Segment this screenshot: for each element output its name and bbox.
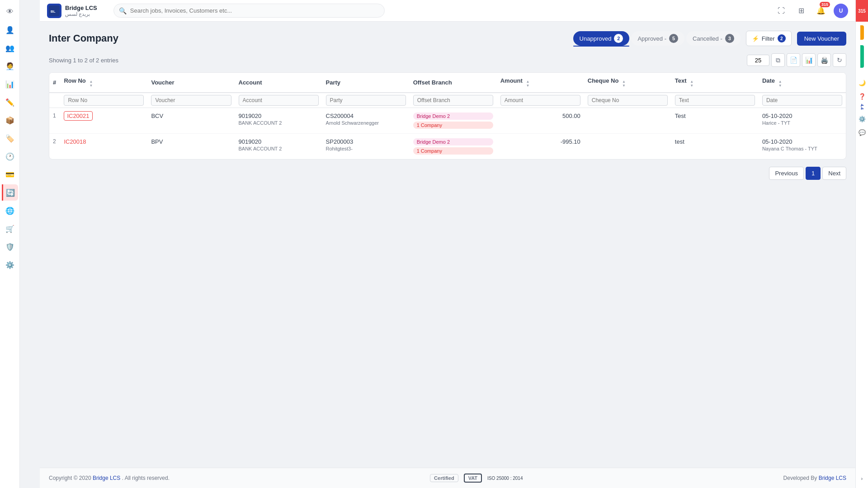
date-sub-1: Harice - TYT xyxy=(762,120,842,126)
col-cheque-no[interactable]: Cheque No ▲▼ xyxy=(584,73,671,93)
col-text[interactable]: Text ▲▼ xyxy=(671,73,759,93)
notification-bell[interactable]: 🔔 315 xyxy=(814,4,828,18)
rsp-top-bar: 315 xyxy=(856,0,868,22)
table-actions: ⧉ 📄 📊 🖨️ ↻ xyxy=(747,53,846,67)
sidebar-item-card[interactable]: 💳 xyxy=(2,166,18,183)
certified-badge: Certified xyxy=(430,474,458,482)
left-sidebar: 👁 👤 👥 🧑‍💼 📊 ✏️ 📦 🏷️ 🕐 💳 🔄 🌐 🛒 🛡️ ⚙️ xyxy=(0,0,20,488)
sidebar-item-chart[interactable]: 📊 xyxy=(2,76,18,92)
cell-row-no-1[interactable]: IC20021 xyxy=(60,108,147,134)
chat-icon[interactable]: 💬 xyxy=(856,127,868,139)
refresh-icon-btn[interactable]: ↻ xyxy=(833,53,846,67)
dark-mode-toggle[interactable]: 🌙 xyxy=(856,77,868,89)
cell-date-2: 05-10-2020 Nayana C Thomas - TYT xyxy=(759,134,846,160)
table-header-row: # Row No ▲▼ Voucher Account Party Offset… xyxy=(49,73,846,93)
tab-cancelled[interactable]: Cancelled - 3 xyxy=(686,31,741,46)
filter-row-no[interactable] xyxy=(64,95,144,106)
sidebar-item-shield[interactable]: 🛡️ xyxy=(2,239,18,255)
per-page-input[interactable] xyxy=(747,55,769,66)
new-voucher-button[interactable]: New Voucher xyxy=(797,32,846,46)
footer: Copyright © 2020 Bridge LCS . All rights… xyxy=(40,468,855,488)
col-party[interactable]: Party xyxy=(322,73,410,93)
footer-rights: . All rights reserved. xyxy=(122,475,170,481)
date-main-2: 05-10-2020 xyxy=(762,138,842,145)
cell-date-1: 05-10-2020 Harice - TYT xyxy=(759,108,846,134)
voucher-link-2[interactable]: IC20018 xyxy=(64,138,86,145)
col-offset-branch[interactable]: Offset Branch xyxy=(410,73,497,93)
offset-badge2-1: 1 Company xyxy=(413,122,493,129)
filter-text[interactable] xyxy=(675,95,755,106)
col-row-no[interactable]: Row No ▲▼ xyxy=(60,73,147,93)
sidebar-item-user-plus[interactable]: 🧑‍💼 xyxy=(2,58,18,74)
user-avatar[interactable]: U xyxy=(834,4,848,18)
sidebar-item-box[interactable]: 📦 xyxy=(2,112,18,128)
cell-text-2: test xyxy=(671,134,759,160)
filter-date[interactable] xyxy=(762,95,842,106)
cell-party-2: SP200003 Rohitgtest3- xyxy=(322,134,410,160)
page-1-button[interactable]: 1 xyxy=(806,167,821,180)
previous-button[interactable]: Previous xyxy=(769,167,804,180)
cell-amount-2: -995.10 xyxy=(497,134,584,160)
sidebar-item-user[interactable]: 👤 xyxy=(2,22,18,38)
date-sub-2: Nayana C Thomas - TYT xyxy=(762,146,842,151)
sidebar-item-tag[interactable]: 🏷️ xyxy=(2,130,18,146)
col-amount[interactable]: Amount ▲▼ xyxy=(497,73,584,93)
green-bar xyxy=(860,45,864,68)
table-row: 2 IC20018 BPV 9019020 BANK ACCOUNT 2 xyxy=(49,134,846,160)
party-name-2: Rohitgtest3- xyxy=(326,146,406,151)
sidebar-item-clock[interactable]: 🕐 xyxy=(2,148,18,164)
app-logo: BL Bridge LCS بريدج لسس xyxy=(47,4,97,18)
next-button[interactable]: Next xyxy=(822,167,846,180)
filter-voucher[interactable] xyxy=(151,95,231,106)
offset-badge1-2: Bridge Demo 2 xyxy=(413,138,493,145)
search-icon: 🔍 xyxy=(119,7,127,14)
cell-row-no-2[interactable]: IC20018 xyxy=(60,134,147,160)
filter-button[interactable]: ⚡ Filter 2 xyxy=(746,31,792,46)
topnav-right: ⛶ ⊞ 🔔 315 U xyxy=(774,4,848,18)
col-date[interactable]: Date ▲▼ xyxy=(759,73,846,93)
tab-approved-count: 5 xyxy=(669,34,678,43)
print-icon-btn[interactable]: 🖨️ xyxy=(817,53,831,67)
tab-approved[interactable]: Approved - 5 xyxy=(631,31,684,46)
gear-icon[interactable]: ⚙️ xyxy=(856,113,868,125)
tab-unapproved-underline xyxy=(573,46,630,47)
excel-icon-btn[interactable]: 📊 xyxy=(802,53,816,67)
tab-unapproved[interactable]: Unapproved 2 xyxy=(573,31,630,46)
cell-amount-1: 500.00 xyxy=(497,108,584,134)
footer-company-link[interactable]: Bridge LCS xyxy=(93,475,120,481)
filter-cheque-no[interactable] xyxy=(588,95,668,106)
expand-screen-icon[interactable]: ⛶ xyxy=(774,4,788,18)
right-side-panel: 315 🌙 ❓ 4.4 ⚙️ 💬 › xyxy=(855,0,868,488)
sidebar-item-refresh[interactable]: 🔄 xyxy=(2,184,18,201)
sidebar-item-globe[interactable]: 🌐 xyxy=(2,202,18,219)
cell-offset-2: Bridge Demo 2 1 Company xyxy=(410,134,497,160)
search-input[interactable] xyxy=(113,4,385,18)
filter-party[interactable] xyxy=(326,95,406,106)
sidebar-item-settings[interactable]: ⚙️ xyxy=(2,257,18,273)
data-table: # Row No ▲▼ Voucher Account Party Offset… xyxy=(49,72,846,160)
sidebar-item-cart[interactable]: 🛒 xyxy=(2,221,18,237)
party-code-2: SP200003 xyxy=(326,138,406,145)
logo-icon: BL xyxy=(47,4,61,18)
filter-amount[interactable] xyxy=(500,95,580,106)
voucher-link-1[interactable]: IC20021 xyxy=(64,111,92,121)
cell-num-1: 1 xyxy=(49,108,60,134)
help-icon[interactable]: ❓ xyxy=(856,90,868,102)
company-arabic: بريدج لسس xyxy=(65,11,97,17)
sidebar-item-edit[interactable]: ✏️ xyxy=(2,94,18,110)
table-controls: Showing 1 to 2 of 2 entries ⧉ 📄 📊 🖨️ ↻ xyxy=(49,53,846,67)
svg-text:BL: BL xyxy=(51,9,56,14)
expand-icon[interactable]: › xyxy=(856,473,868,484)
page-header: Inter Company Unapproved 2 Approved - xyxy=(49,31,846,46)
filter-account[interactable] xyxy=(239,95,319,106)
copy-icon-btn[interactable]: ⧉ xyxy=(771,53,785,67)
sidebar-item-eye[interactable]: 👁 xyxy=(2,4,18,20)
col-voucher[interactable]: Voucher xyxy=(147,73,235,93)
sidebar-item-users[interactable]: 👥 xyxy=(2,40,18,56)
footer-dev-link[interactable]: Bridge LCS xyxy=(819,475,846,481)
filter-offset-branch[interactable] xyxy=(413,95,493,106)
col-account[interactable]: Account xyxy=(235,73,322,93)
csv-icon-btn[interactable]: 📄 xyxy=(787,53,800,67)
cell-voucher-2: BPV xyxy=(147,134,235,160)
apps-icon[interactable]: ⊞ xyxy=(794,4,808,18)
